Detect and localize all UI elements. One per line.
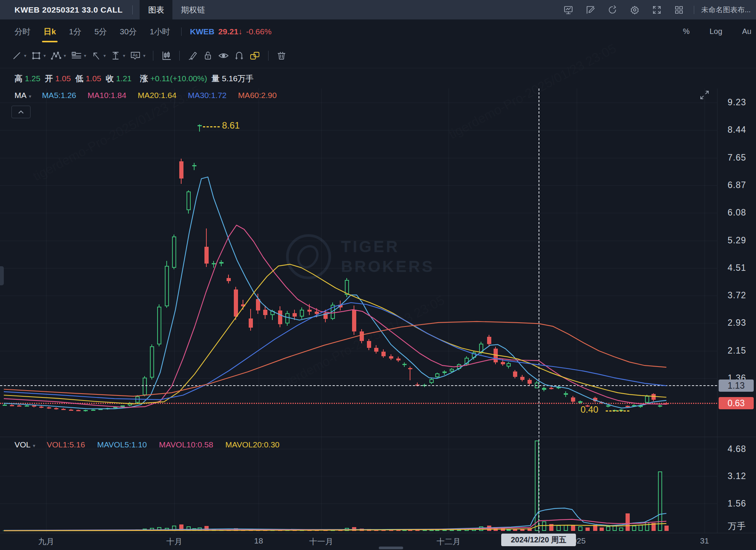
underlying-symbol[interactable]: KWEB xyxy=(190,27,214,36)
settings-gear-icon[interactable] xyxy=(629,4,640,16)
candle-body xyxy=(270,311,275,315)
tf-minute-line[interactable]: 分时 xyxy=(14,26,31,37)
candle-body xyxy=(98,409,103,410)
volume-bar xyxy=(331,529,335,531)
gann-lines-tool-button[interactable]: G▾ xyxy=(71,50,86,61)
mavol20-value: MAVOL20:0.30 xyxy=(225,440,280,449)
volume-bar xyxy=(435,529,439,531)
refresh-icon[interactable] xyxy=(607,4,618,16)
measure-tool-button[interactable]: ▾ xyxy=(110,50,125,61)
unlock-button[interactable] xyxy=(203,50,213,61)
candle-body xyxy=(338,305,343,307)
price-gridline xyxy=(0,323,717,323)
tab-option-chain[interactable]: 期权链 xyxy=(172,0,213,19)
wave-tool-button[interactable]: ▾ xyxy=(50,50,66,61)
volume-bar xyxy=(639,525,643,531)
volume-gridline xyxy=(0,476,717,476)
link-charts-button[interactable] xyxy=(249,50,261,61)
volume-bar xyxy=(626,513,630,531)
scrollbar-thumb[interactable] xyxy=(379,547,403,549)
open-label: 开 xyxy=(45,74,53,83)
tf-30min[interactable]: 30分 xyxy=(120,26,137,37)
tf-5min[interactable]: 5分 xyxy=(94,26,107,37)
volume-bar xyxy=(135,529,140,531)
candle-body xyxy=(91,410,95,411)
fullscreen-icon[interactable] xyxy=(651,4,663,16)
log-scale-toggle[interactable]: Log xyxy=(709,27,722,36)
volume-bar xyxy=(381,530,386,531)
change-value: +0.11(+10.00%) xyxy=(150,74,207,83)
tf-1min[interactable]: 1分 xyxy=(69,26,82,37)
delete-trash-button[interactable] xyxy=(276,50,287,61)
chevron-down-icon: ▾ xyxy=(33,443,35,449)
candle-body xyxy=(187,191,191,210)
candle-body xyxy=(381,352,386,357)
volume-bar xyxy=(571,526,575,531)
volume-axis-label: 4.68 xyxy=(719,444,755,454)
layout-name[interactable]: 未命名图表布... xyxy=(701,5,751,15)
percent-scale-toggle[interactable]: % xyxy=(683,27,690,36)
text-tool-button[interactable]: Aa▾ xyxy=(130,50,145,61)
candle-wick xyxy=(194,163,195,170)
magnet-button[interactable] xyxy=(234,50,244,61)
volume-axis-label: 3.12 xyxy=(719,471,755,481)
vol-name: VOL xyxy=(14,440,31,449)
price-gridline xyxy=(0,103,717,103)
candle-body xyxy=(472,352,476,358)
time-axis-label: 18 xyxy=(254,536,263,545)
candle-body xyxy=(219,262,224,264)
volume-bar xyxy=(278,529,282,531)
price-gridline xyxy=(0,351,717,351)
chart-board-icon[interactable] xyxy=(563,4,574,16)
candle-body xyxy=(528,380,532,384)
candle-body xyxy=(571,397,575,402)
time-axis-label: 31 xyxy=(700,536,709,545)
candle-body xyxy=(61,409,66,410)
volume-bar xyxy=(187,526,191,531)
volume-bar xyxy=(338,530,343,531)
trendline-tool-button[interactable]: ▾ xyxy=(11,50,26,61)
tab-chart[interactable]: 图表 xyxy=(140,0,172,19)
time-axis-label: 十二月 xyxy=(437,536,461,547)
volume-bar xyxy=(54,531,58,531)
time-gridline xyxy=(321,88,322,533)
brush-tool-button[interactable] xyxy=(187,50,198,61)
left-panel-toggle[interactable] xyxy=(0,266,4,285)
layout-grid-icon[interactable] xyxy=(673,4,685,16)
volume-bar xyxy=(457,529,461,531)
ma-indicator-row[interactable]: MA▾ MA5:1.26 MA10:1.84 MA20:1.64 MA30:1.… xyxy=(14,91,286,100)
collapse-pane-button[interactable] xyxy=(11,106,31,118)
pane-divider[interactable] xyxy=(0,437,756,437)
candle-body xyxy=(632,405,636,406)
candle-body xyxy=(179,161,183,179)
low-annotation-label: 0.40 xyxy=(581,404,598,415)
expand-chart-icon[interactable] xyxy=(700,90,709,100)
ma10-value: MA10:1.84 xyxy=(88,91,127,100)
edit-pencil-icon[interactable] xyxy=(585,4,596,16)
rectangle-tool-button[interactable]: ▾ xyxy=(31,50,46,61)
auto-scale-toggle[interactable]: Au xyxy=(742,27,751,36)
candle-body xyxy=(487,337,491,344)
candle-body xyxy=(557,387,561,388)
tf-1hour[interactable]: 1小时 xyxy=(150,26,170,37)
volume-bar xyxy=(198,527,202,531)
tf-daily-k[interactable]: 日k xyxy=(43,26,56,37)
vol-indicator-row[interactable]: VOL▾ VOL1:5.16 MAVOL5:1.10 MAVOL10:0.58 … xyxy=(14,440,290,449)
svg-text:Aa: Aa xyxy=(133,53,138,57)
candle-body xyxy=(249,318,253,328)
candle-body xyxy=(212,263,216,264)
volume-bar xyxy=(619,527,623,531)
volume-bar xyxy=(10,531,14,531)
volume-bar xyxy=(106,531,110,531)
volume-bar xyxy=(150,528,154,531)
chart-type-button[interactable] xyxy=(161,50,172,61)
divider xyxy=(268,51,269,61)
ma-name: MA xyxy=(14,91,27,100)
volume-bar xyxy=(263,529,267,531)
volume-bar xyxy=(113,530,117,531)
volume-value: 5.16万手 xyxy=(222,74,254,83)
volume-bar xyxy=(549,524,553,531)
arrow-tool-button[interactable]: ▾ xyxy=(91,50,106,61)
candle-body xyxy=(494,349,498,362)
visibility-eye-button[interactable] xyxy=(218,50,229,61)
